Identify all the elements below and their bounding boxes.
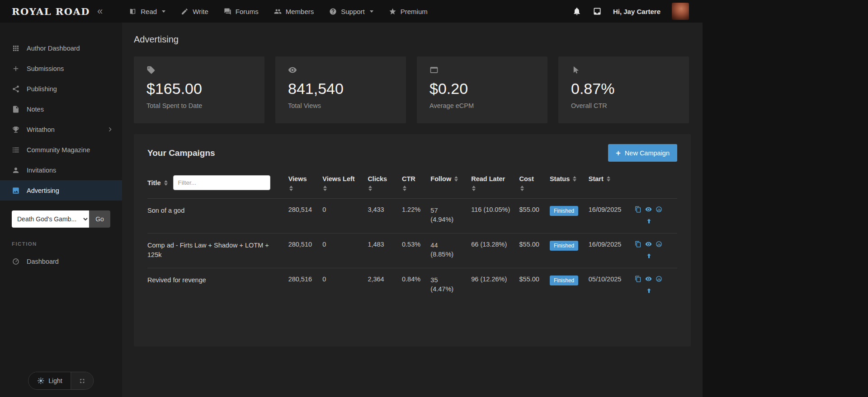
- sort-views-icon[interactable]: [289, 186, 293, 191]
- plus-icon: +: [616, 149, 621, 157]
- share-icon: [12, 85, 20, 93]
- cell-clicks: 2,364: [368, 268, 402, 303]
- copy-report-button[interactable]: [635, 206, 642, 213]
- sidebar-item-community-magazine[interactable]: Community Magazine: [0, 140, 122, 160]
- campaigns-heading: Your Campaigns: [147, 148, 215, 158]
- col-clicks-label: Clicks: [368, 175, 387, 182]
- views-button[interactable]: [645, 276, 652, 282]
- tag-icon: [146, 65, 156, 75]
- content: Advertising $165.00 Total Spent to Date …: [122, 23, 868, 397]
- views-button[interactable]: [645, 206, 652, 213]
- sort-start-icon[interactable]: [607, 176, 610, 182]
- sidebar-item-fiction-dashboard[interactable]: Dashboard: [0, 251, 122, 271]
- nav-read[interactable]: Read: [129, 8, 165, 15]
- content-inner: Advertising $165.00 Total Spent to Date …: [122, 23, 703, 397]
- stats-button[interactable]: [656, 206, 662, 213]
- fiction-select[interactable]: Death God's Gamb...: [12, 210, 89, 228]
- note-icon: [12, 105, 20, 113]
- nav-write-label: Write: [193, 8, 208, 15]
- stat-value: $0.20: [429, 80, 535, 98]
- sidebar-item-advertising[interactable]: Advertising: [0, 180, 122, 201]
- card-icon: [429, 65, 439, 75]
- sidebar-item-label: Dashboard: [27, 258, 59, 265]
- layout: Author Dashboard Submissions Publishing …: [0, 23, 868, 397]
- scroll-top-button[interactable]: [646, 287, 652, 294]
- cell-views: 280,516: [288, 268, 323, 303]
- stats-button[interactable]: [656, 276, 662, 282]
- stat-value: $165.00: [146, 80, 252, 98]
- sort-title-icon[interactable]: [164, 180, 168, 186]
- col-read-later: Read Later: [471, 173, 519, 199]
- status-badge: Finished: [550, 206, 578, 216]
- campaign-title-link[interactable]: Comp ad - Firts Law + Shadow + LOTM + 12…: [147, 241, 285, 260]
- scroll-top-button[interactable]: [646, 218, 652, 224]
- campaign-title-link[interactable]: Revived for revenge: [147, 276, 285, 285]
- comments-icon: [224, 8, 231, 15]
- sun-icon: [37, 377, 44, 384]
- stats-icon: [656, 241, 662, 248]
- sort-read-later-icon[interactable]: [472, 186, 476, 191]
- chevron-down-icon: [162, 10, 165, 13]
- nav-forums[interactable]: Forums: [224, 8, 259, 15]
- sort-status-icon[interactable]: [573, 176, 576, 182]
- col-clicks: Clicks: [368, 173, 402, 199]
- nav-members-label: Members: [286, 8, 314, 15]
- col-title-label: Title: [147, 179, 161, 187]
- nav-support[interactable]: Support: [329, 8, 373, 15]
- sidebar-item-notes[interactable]: Notes: [0, 99, 122, 119]
- nav-write[interactable]: Write: [181, 8, 208, 15]
- filter-input[interactable]: [173, 175, 270, 190]
- sidebar-item-label: Publishing: [27, 85, 57, 93]
- sidebar-item-publishing[interactable]: Publishing: [0, 79, 122, 99]
- scroll-top-button[interactable]: [646, 252, 652, 259]
- sidebar-item-writathon[interactable]: Writathon: [0, 119, 122, 140]
- stat-card-overall-ctr: 0.87% Overall CTR: [558, 56, 689, 123]
- star-icon: [389, 8, 396, 15]
- status-badge: Finished: [550, 241, 578, 251]
- sidebar-item-label: Community Magazine: [27, 146, 90, 154]
- sidebar-collapse-icon[interactable]: «: [97, 6, 103, 16]
- stat-value: 841,540: [288, 80, 393, 98]
- expand-button[interactable]: [71, 372, 94, 389]
- cell-follow: 35 (4.47%): [430, 268, 471, 303]
- follow-pct: (4.47%): [430, 285, 467, 294]
- sort-clicks-icon[interactable]: [368, 186, 372, 191]
- nav-premium[interactable]: Premium: [389, 8, 428, 15]
- cell-status: Finished: [550, 199, 589, 234]
- nav-premium-label: Premium: [401, 8, 428, 15]
- sort-ctr-icon[interactable]: [403, 186, 406, 191]
- sort-follow-icon[interactable]: [454, 176, 458, 182]
- campaign-title-link[interactable]: Son of a god: [147, 206, 285, 215]
- stat-label: Average eCPM: [429, 102, 535, 109]
- stats-button[interactable]: [656, 241, 662, 248]
- cell-follow: 44 (8.85%): [430, 234, 471, 268]
- stat-card-total-spent: $165.00 Total Spent to Date: [134, 56, 264, 123]
- nav-forums-label: Forums: [236, 8, 259, 15]
- notifications-button[interactable]: [572, 7, 581, 16]
- inbox-button[interactable]: [593, 7, 602, 16]
- copy-report-button[interactable]: [635, 276, 642, 282]
- follow-pct: (4.94%): [430, 215, 467, 224]
- royalroad-logo[interactable]: ROYAL ROAD: [12, 6, 90, 17]
- cursor-icon: [571, 65, 580, 75]
- nav-members[interactable]: Members: [274, 8, 314, 15]
- copy-report-button[interactable]: [635, 241, 642, 248]
- sidebar-item-author-dashboard[interactable]: Author Dashboard: [0, 38, 122, 58]
- col-cost: Cost: [519, 173, 550, 199]
- light-theme-button[interactable]: Light: [28, 372, 71, 389]
- sort-views-left-icon[interactable]: [323, 186, 327, 191]
- sidebar-item-submissions[interactable]: Submissions: [0, 58, 122, 79]
- plus-icon: [12, 65, 20, 73]
- views-button[interactable]: [645, 241, 652, 248]
- col-start-label: Start: [589, 175, 604, 182]
- sidebar-item-invitations[interactable]: Invitations: [0, 160, 122, 180]
- user-greeting[interactable]: Hi, Jay Cartere: [613, 8, 660, 15]
- avatar[interactable]: [672, 3, 689, 20]
- new-campaign-button[interactable]: + New Campaign: [608, 144, 677, 162]
- cell-ctr: 0.53%: [402, 234, 430, 268]
- sort-cost-icon[interactable]: [520, 186, 524, 191]
- expand-icon: [79, 378, 86, 384]
- go-button[interactable]: Go: [89, 210, 110, 228]
- trophy-icon: [12, 126, 20, 134]
- status-badge: Finished: [550, 276, 578, 285]
